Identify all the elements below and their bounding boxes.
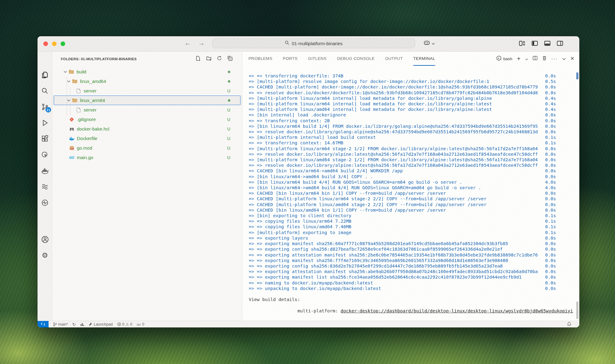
panel-tab[interactable]: GITLENS [308,52,327,66]
tree-item[interactable]: linux_arm64 [52,96,242,105]
panel-tab[interactable]: PORTS [283,52,298,66]
git-branch-item[interactable]: main* [53,322,68,327]
terminal-output-line: => [bin linux/arm64 build 1/4] FROM dock… [249,123,556,129]
docker-icon[interactable] [38,163,52,179]
terminal-output-line: => CACHED [multi-platform linux/amd64 st… [249,202,556,207]
tree-item[interactable]: GO main.go U [52,153,242,162]
command-center-search[interactable]: 01-multiplatform-binaries [212,38,415,48]
copilot-menu[interactable] [424,40,435,46]
maximize-panel-chevron-icon[interactable] [562,56,566,61]
launch-profile-chevron-icon[interactable] [525,56,528,61]
terminal-output-line: => => resolve docker.io/library/alpine:l… [249,162,556,168]
chevron-down-icon[interactable] [64,71,68,73]
extensions-icon[interactable] [38,131,52,147]
tree-item[interactable]: (H) docker-bake.hcl U [52,124,242,134]
overview-ruler-mark [576,72,578,79]
build-details-row: multi-platform: docker-desktop://dashboa… [249,302,556,319]
tree-item-label: .gitignore [77,117,96,122]
collapse-all-icon[interactable] [227,56,233,62]
terminal-output-line: => [bin internal] load .dockerignore 0.0… [249,112,556,118]
panel-tab[interactable]: PROBLEMS [248,52,272,66]
new-terminal-icon[interactable]: + [517,56,521,62]
resource-monitor-icon[interactable] [38,195,52,211]
terminal-output-line: => [bin linux/arm64->amd64 build 3/4] CO… [249,174,556,179]
run-debug-icon[interactable] [38,115,52,131]
indent-guide [70,106,70,115]
search-icon[interactable] [38,83,52,99]
git-untracked-badge: U [227,127,230,131]
sync-changes-icon[interactable]: ↻ [72,322,76,327]
terminal-output-line: => [multi-platform linux/arm64 stage-2 1… [249,146,556,151]
terminal-output-line: => [bin linux/arm64 build 4/4] RUN GOOS=… [249,179,556,185]
refresh-icon[interactable] [217,56,222,62]
terminal-output-line: => => exporting config sha256:836d2e7b27… [249,263,556,269]
terminal-instance[interactable]: bash [496,56,512,62]
back-icon[interactable]: ← [184,40,191,46]
build-details-link[interactable]: docker-desktop://dashboard/build/desktop… [341,308,573,313]
split-terminal-icon[interactable] [533,56,538,62]
explorer-icon[interactable] [38,67,52,83]
terminal-output-line: => CACHED [bin linux/arm64->amd64 build … [249,168,556,174]
folder-icon [72,79,78,84]
terminal-output-line: => => resolve docker.io/library/golang:a… [249,129,556,135]
terminal-blank-line [249,291,556,297]
terminal-output-line: => CACHED [multi-platform] docker-image:… [249,84,556,90]
panel-tab[interactable]: TERMINAL [413,52,435,66]
accounts-icon[interactable] [38,231,52,247]
toggle-primary-sidebar-icon[interactable] [531,40,538,46]
close-window-button[interactable] [43,41,48,46]
terminal-output-line: => => transferring context: 14.67MB 0.1s [249,140,556,146]
stats-graph-icon[interactable] [80,322,84,326]
settings-gear-icon[interactable]: ⚙ [38,247,52,263]
remote-indicator[interactable] [38,321,49,328]
panel-tab[interactable]: DEBUG CONSOLE [337,52,375,66]
more-actions-icon[interactable]: ··· [551,56,557,61]
customize-layout-icon[interactable] [519,40,526,46]
terminal-output-line: => CACHED [multi-platform linux/arm64 st… [249,196,556,202]
tree-item[interactable]: build [52,67,242,76]
minimize-window-button[interactable] [52,41,57,46]
waves-icon[interactable] [38,179,52,195]
git-untracked-badge: U [227,136,230,141]
live-preview-icon[interactable] [38,147,52,163]
file-icon [75,108,81,112]
terminal-output-line: => [multi-platform linux/arm64 internal]… [249,96,556,101]
layout-controls [519,40,563,46]
forward-icon[interactable]: → [198,40,205,46]
chevron-down-icon[interactable] [67,99,72,102]
new-folder-icon[interactable] [206,56,212,62]
chevron-down-icon[interactable] [67,80,72,83]
tree-item[interactable]: linux_amd64 [52,76,242,86]
panel-tab[interactable]: OUTPUT [385,52,403,66]
git-untracked-badge: U [227,155,230,160]
tree-item[interactable]: server U [52,105,242,115]
terminal-output-line: => => exporting attestation manifest sha… [249,269,556,274]
git-untracked-badge: U [227,88,230,93]
new-file-icon[interactable] [195,56,201,62]
chevron-down-icon [432,41,435,46]
launchpad-item[interactable]: Launchpad [89,322,113,327]
git-icon [69,117,75,122]
zoom-window-button[interactable] [61,41,65,46]
folder-modified-dot [228,80,230,83]
dockerfile-icon [69,136,75,141]
vscode-window: ← → 01-multiplatform-binaries [38,36,579,327]
tree-item[interactable]: GO go.mod U [52,143,242,153]
git-untracked-badge: U [227,108,230,112]
window-title: 01-multiplatform-binaries [292,41,343,46]
tree-item[interactable]: server U [52,86,242,96]
terminal-output-line: => [bin linux/arm64->amd64 build 4/4] RU… [249,185,556,190]
kill-terminal-trash-icon[interactable] [542,56,547,62]
tree-item[interactable]: .gitignore U [52,115,242,124]
toggle-secondary-sidebar-icon[interactable] [557,40,563,46]
close-panel-icon[interactable]: ✕ [570,56,574,61]
terminal-scrollbar[interactable] [576,302,578,319]
notifications-bell-icon[interactable] [567,322,571,327]
build-details-links: multi-platform: docker-desktop://dashboa… [249,302,556,321]
ports-item[interactable]: 0 [137,322,144,327]
tree-item[interactable]: Dockerfile U [52,134,242,143]
problems-item[interactable]: 0 ⚠ 0 [117,322,133,327]
source-control-icon[interactable]: 21 [38,99,52,115]
terminal-output[interactable]: => => transferring dockerfile: 374B 0.0s… [242,66,579,321]
toggle-panel-icon[interactable] [544,40,551,46]
